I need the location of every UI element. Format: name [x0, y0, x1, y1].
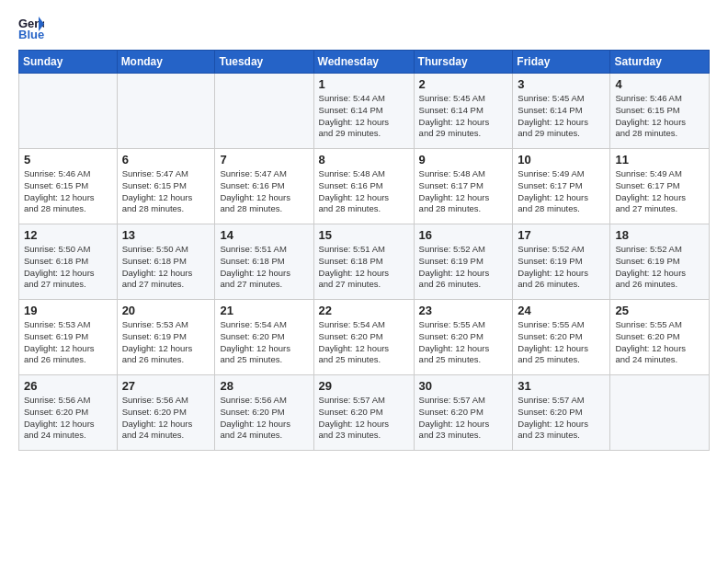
day-number: 13	[122, 228, 210, 242]
weekday-header-wednesday: Wednesday	[313, 51, 414, 74]
day-info: Sunrise: 5:52 AMSunset: 6:19 PMDaylight:…	[518, 244, 605, 291]
calendar-cell: 7Sunrise: 5:47 AMSunset: 6:16 PMDaylight…	[215, 149, 313, 224]
day-info: Sunrise: 5:52 AMSunset: 6:19 PMDaylight:…	[615, 244, 704, 291]
calendar-cell: 23Sunrise: 5:55 AMSunset: 6:20 PMDayligh…	[414, 300, 513, 375]
day-info: Sunrise: 5:45 AMSunset: 6:14 PMDaylight:…	[419, 93, 508, 140]
day-number: 21	[220, 304, 308, 317]
day-number: 10	[518, 153, 605, 167]
day-number: 3	[518, 77, 605, 91]
day-info: Sunrise: 5:56 AMSunset: 6:20 PMDaylight:…	[122, 395, 210, 442]
weekday-header-friday: Friday	[513, 51, 610, 74]
weekday-header-saturday: Saturday	[610, 51, 710, 74]
calendar-cell: 2Sunrise: 5:45 AMSunset: 6:14 PMDaylight…	[414, 74, 513, 149]
day-info: Sunrise: 5:55 AMSunset: 6:20 PMDaylight:…	[518, 319, 605, 366]
day-number: 7	[220, 153, 308, 167]
calendar-cell: 10Sunrise: 5:49 AMSunset: 6:17 PMDayligh…	[513, 149, 610, 224]
day-number: 25	[615, 304, 704, 317]
calendar-cell: 9Sunrise: 5:48 AMSunset: 6:17 PMDaylight…	[414, 149, 513, 224]
header: General Blue	[18, 15, 710, 40]
day-number: 30	[419, 379, 508, 393]
day-info: Sunrise: 5:57 AMSunset: 6:20 PMDaylight:…	[319, 395, 409, 442]
day-number: 15	[319, 228, 409, 242]
calendar-cell: 14Sunrise: 5:51 AMSunset: 6:18 PMDayligh…	[215, 224, 313, 300]
calendar-cell: 16Sunrise: 5:52 AMSunset: 6:19 PMDayligh…	[414, 224, 513, 300]
calendar-cell: 31Sunrise: 5:57 AMSunset: 6:20 PMDayligh…	[513, 375, 610, 451]
calendar-cell: 27Sunrise: 5:56 AMSunset: 6:20 PMDayligh…	[117, 375, 215, 451]
calendar-cell: 13Sunrise: 5:50 AMSunset: 6:18 PMDayligh…	[117, 224, 215, 300]
day-number: 18	[615, 228, 704, 242]
weekday-header-thursday: Thursday	[414, 51, 513, 74]
day-info: Sunrise: 5:52 AMSunset: 6:19 PMDaylight:…	[419, 244, 508, 291]
calendar-cell	[215, 74, 313, 149]
day-info: Sunrise: 5:51 AMSunset: 6:18 PMDaylight:…	[319, 244, 409, 291]
day-number: 24	[518, 304, 605, 317]
day-number: 9	[419, 153, 508, 167]
weekday-header-tuesday: Tuesday	[215, 51, 313, 74]
day-info: Sunrise: 5:46 AMSunset: 6:15 PMDaylight:…	[615, 93, 704, 140]
day-info: Sunrise: 5:55 AMSunset: 6:20 PMDaylight:…	[615, 319, 704, 366]
calendar-cell: 3Sunrise: 5:45 AMSunset: 6:14 PMDaylight…	[513, 74, 610, 149]
calendar-cell: 1Sunrise: 5:44 AMSunset: 6:14 PMDaylight…	[313, 74, 414, 149]
day-number: 22	[319, 304, 409, 317]
calendar-cell: 6Sunrise: 5:47 AMSunset: 6:15 PMDaylight…	[117, 149, 215, 224]
day-number: 4	[615, 77, 704, 91]
day-number: 23	[419, 304, 508, 317]
day-number: 11	[615, 153, 704, 167]
day-info: Sunrise: 5:53 AMSunset: 6:19 PMDaylight:…	[24, 319, 112, 366]
logo-icon: General Blue	[18, 15, 44, 40]
day-info: Sunrise: 5:57 AMSunset: 6:20 PMDaylight:…	[419, 395, 508, 442]
logo: General Blue	[18, 15, 48, 40]
day-number: 6	[122, 153, 210, 167]
day-info: Sunrise: 5:54 AMSunset: 6:20 PMDaylight:…	[319, 319, 409, 366]
calendar-cell: 26Sunrise: 5:56 AMSunset: 6:20 PMDayligh…	[19, 375, 118, 451]
day-number: 17	[518, 228, 605, 242]
day-info: Sunrise: 5:48 AMSunset: 6:16 PMDaylight:…	[319, 168, 409, 215]
calendar-cell: 12Sunrise: 5:50 AMSunset: 6:18 PMDayligh…	[19, 224, 118, 300]
weekday-header-sunday: Sunday	[19, 51, 118, 74]
day-number: 2	[419, 77, 508, 91]
calendar-cell	[117, 74, 215, 149]
day-info: Sunrise: 5:49 AMSunset: 6:17 PMDaylight:…	[518, 168, 605, 215]
svg-text:Blue: Blue	[18, 28, 44, 40]
calendar-cell: 22Sunrise: 5:54 AMSunset: 6:20 PMDayligh…	[313, 300, 414, 375]
day-number: 5	[24, 153, 112, 167]
day-number: 16	[419, 228, 508, 242]
day-info: Sunrise: 5:45 AMSunset: 6:14 PMDaylight:…	[518, 93, 605, 140]
calendar-cell: 8Sunrise: 5:48 AMSunset: 6:16 PMDaylight…	[313, 149, 414, 224]
calendar-cell: 11Sunrise: 5:49 AMSunset: 6:17 PMDayligh…	[610, 149, 710, 224]
day-number: 27	[122, 379, 210, 393]
day-number: 1	[319, 77, 409, 91]
weekday-header-monday: Monday	[117, 51, 215, 74]
calendar-cell: 29Sunrise: 5:57 AMSunset: 6:20 PMDayligh…	[313, 375, 414, 451]
day-info: Sunrise: 5:46 AMSunset: 6:15 PMDaylight:…	[24, 168, 112, 215]
calendar-cell: 24Sunrise: 5:55 AMSunset: 6:20 PMDayligh…	[513, 300, 610, 375]
day-info: Sunrise: 5:47 AMSunset: 6:15 PMDaylight:…	[122, 168, 210, 215]
calendar-cell: 18Sunrise: 5:52 AMSunset: 6:19 PMDayligh…	[610, 224, 710, 300]
calendar-cell: 20Sunrise: 5:53 AMSunset: 6:19 PMDayligh…	[117, 300, 215, 375]
day-info: Sunrise: 5:54 AMSunset: 6:20 PMDaylight:…	[220, 319, 308, 366]
calendar-cell: 25Sunrise: 5:55 AMSunset: 6:20 PMDayligh…	[610, 300, 710, 375]
day-number: 8	[319, 153, 409, 167]
calendar-cell: 19Sunrise: 5:53 AMSunset: 6:19 PMDayligh…	[19, 300, 118, 375]
day-info: Sunrise: 5:53 AMSunset: 6:19 PMDaylight:…	[122, 319, 210, 366]
page: General Blue SundayMondayTuesdayWednesda…	[0, 0, 728, 460]
day-number: 20	[122, 304, 210, 317]
day-number: 14	[220, 228, 308, 242]
calendar-cell	[610, 375, 710, 451]
day-info: Sunrise: 5:49 AMSunset: 6:17 PMDaylight:…	[615, 168, 704, 215]
calendar-cell: 30Sunrise: 5:57 AMSunset: 6:20 PMDayligh…	[414, 375, 513, 451]
calendar-cell: 17Sunrise: 5:52 AMSunset: 6:19 PMDayligh…	[513, 224, 610, 300]
day-number: 29	[319, 379, 409, 393]
calendar-table: SundayMondayTuesdayWednesdayThursdayFrid…	[18, 50, 710, 451]
day-info: Sunrise: 5:51 AMSunset: 6:18 PMDaylight:…	[220, 244, 308, 291]
day-number: 19	[24, 304, 112, 317]
calendar-cell: 21Sunrise: 5:54 AMSunset: 6:20 PMDayligh…	[215, 300, 313, 375]
day-info: Sunrise: 5:55 AMSunset: 6:20 PMDaylight:…	[419, 319, 508, 366]
day-info: Sunrise: 5:44 AMSunset: 6:14 PMDaylight:…	[319, 93, 409, 140]
day-number: 28	[220, 379, 308, 393]
day-info: Sunrise: 5:56 AMSunset: 6:20 PMDaylight:…	[24, 395, 112, 442]
day-number: 26	[24, 379, 112, 393]
day-info: Sunrise: 5:57 AMSunset: 6:20 PMDaylight:…	[518, 395, 605, 442]
calendar-cell: 28Sunrise: 5:56 AMSunset: 6:20 PMDayligh…	[215, 375, 313, 451]
day-number: 31	[518, 379, 605, 393]
